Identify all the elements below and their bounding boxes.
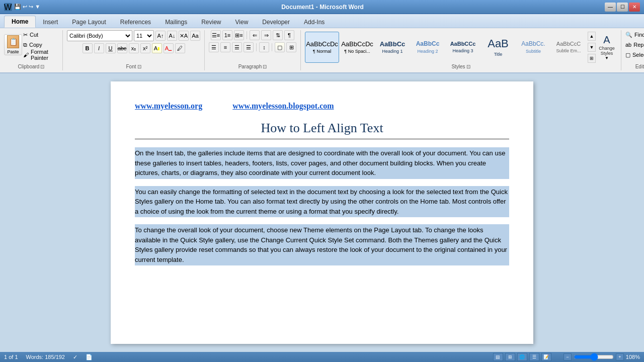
italic-button[interactable]: I — [94, 43, 104, 53]
maximize-button[interactable]: ☐ — [617, 3, 628, 12]
status-bar: 1 of 1 Words: 185/192 ✓ 📄 ▤ ⊞ 🌐 ☰ 📝 − + … — [0, 352, 644, 362]
decrease-indent-button[interactable]: ⇐ — [250, 30, 260, 40]
find-button[interactable]: 🔍 Find — [625, 30, 644, 39]
style-normal-button[interactable]: AaBbCcDc ¶ Normal — [305, 32, 339, 63]
style-nospace-preview: AaBbCcDc — [341, 40, 373, 48]
styles-label: Styles ⊡ — [451, 64, 470, 70]
document-container: www.myelesson.org www.myelesson.blogspot… — [0, 73, 644, 352]
font-label: Font ⊡ — [126, 64, 141, 70]
font-family-select[interactable]: Calibri (Body) — [67, 30, 132, 41]
justify-button[interactable]: ☰ — [244, 42, 254, 52]
link-myelesson[interactable]: www.myelesson.org — [135, 102, 202, 111]
style-subtitle-button[interactable]: AaBbCc. Subtitle — [516, 32, 550, 63]
styles-scroll-down[interactable]: ▼ — [588, 43, 596, 52]
styles-scroll-up[interactable]: ▲ — [588, 32, 596, 41]
style-title-preview: AaB — [488, 37, 509, 50]
paragraph-group: ☰≡ 1≡ ⊞≡ ⇐ ⇒ ⇅ ¶ ☰ ≡ ☰ ☰ ↕ ▢ ⊞ P — [205, 30, 301, 70]
print-layout-button[interactable]: ▤ — [493, 353, 503, 361]
zoom-in-button[interactable]: + — [616, 353, 624, 360]
tab-view[interactable]: View — [228, 17, 256, 28]
zoom-level: 108% — [626, 354, 640, 360]
numbering-button[interactable]: 1≡ — [222, 30, 232, 40]
editing-content: 🔍 Find ab Replace ▢ Select — [625, 30, 644, 64]
document-links: www.myelesson.org www.myelesson.blogspot… — [135, 102, 509, 111]
tab-page-layout[interactable]: Page Layout — [65, 17, 113, 28]
tab-developer[interactable]: Developer — [255, 17, 297, 28]
select-button[interactable]: ▢ Select — [625, 50, 644, 59]
shading-button[interactable]: ▢ — [275, 42, 285, 52]
clipboard-label: Clipboard ⊡ — [18, 64, 45, 70]
ribbon-tabs: Home Insert Page Layout References Maili… — [0, 14, 644, 28]
copy-button[interactable]: ⧉ Copy — [23, 40, 58, 49]
underline-button[interactable]: U — [106, 43, 116, 53]
styles-content: AaBbCcDc ¶ Normal AaBbCcDc ¶ No Spaci...… — [305, 30, 617, 64]
style-h2-preview: AaBbCc — [416, 40, 440, 47]
draft-button[interactable]: 📝 — [541, 353, 551, 361]
tab-addins[interactable]: Add-Ins — [297, 17, 332, 28]
minimize-button[interactable]: — — [605, 3, 616, 12]
outline-button[interactable]: ☰ — [529, 353, 539, 361]
tab-review[interactable]: Review — [194, 17, 228, 28]
zoom-out-button[interactable]: − — [564, 353, 572, 360]
align-left-button[interactable]: ☰ — [209, 42, 219, 52]
show-hide-button[interactable]: ¶ — [284, 30, 294, 40]
styles-expand-icon[interactable]: ⊡ — [466, 64, 470, 69]
clipboard-small-buttons: ✂ Cut ⧉ Copy 🖌 Format Painter — [23, 30, 58, 59]
tab-mailings[interactable]: Mailings — [158, 17, 194, 28]
style-subtitle-preview: AaBbCc. — [521, 40, 545, 47]
close-button[interactable]: ✕ — [629, 3, 640, 12]
align-center-button[interactable]: ≡ — [220, 42, 230, 52]
superscript-button[interactable]: x² — [140, 43, 150, 53]
change-styles-dropdown-icon: ▼ — [605, 56, 609, 60]
font-grow-button[interactable]: A↑ — [155, 31, 166, 41]
zoom-slider[interactable] — [574, 355, 614, 359]
full-screen-button[interactable]: ⊞ — [505, 353, 515, 361]
font-shrink-button[interactable]: A↓ — [167, 31, 177, 41]
paragraph-label: Paragraph ⊡ — [238, 64, 267, 70]
paste-button[interactable]: 📋 Paste — [4, 34, 22, 55]
replace-button[interactable]: ab Replace — [625, 40, 644, 49]
border-button[interactable]: ⊞ — [286, 42, 296, 52]
sort-button[interactable]: ⇅ — [273, 30, 283, 40]
web-layout-button[interactable]: 🌐 — [517, 353, 527, 361]
tab-home[interactable]: Home — [4, 16, 36, 28]
bullets-button[interactable]: ☰≡ — [211, 30, 221, 40]
font-size-select[interactable]: 11 — [134, 30, 154, 41]
para-content: ☰≡ 1≡ ⊞≡ ⇐ ⇒ ⇅ ¶ ☰ ≡ ☰ ☰ ↕ ▢ ⊞ — [209, 30, 296, 64]
format-painter-button[interactable]: 🖌 Format Painter — [23, 50, 58, 59]
clipboard-expand-icon[interactable]: ⊡ — [40, 64, 44, 69]
strikethrough-button[interactable]: abc — [117, 43, 127, 53]
styles-group: AaBbCcDc ¶ Normal AaBbCcDc ¶ No Spaci...… — [301, 30, 621, 70]
style-h3-preview: AaBbCCc — [450, 41, 476, 47]
style-h1-preview: AaBbCc — [380, 40, 406, 48]
tab-insert[interactable]: Insert — [36, 17, 65, 28]
style-heading3-button[interactable]: AaBbCCc Heading 3 — [446, 32, 480, 63]
change-case-button[interactable]: Aa — [190, 31, 200, 41]
style-subemph-button[interactable]: AaBbCcC Subtle Em... — [551, 32, 586, 63]
bold-button[interactable]: B — [83, 43, 93, 53]
highlight-button[interactable]: A▮ — [152, 43, 162, 53]
style-heading2-button[interactable]: AaBbCc Heading 2 — [411, 32, 445, 63]
zoom-controls: − + 108% — [564, 353, 640, 360]
line-spacing-button[interactable]: ↕ — [259, 42, 269, 52]
style-nospace-button[interactable]: AaBbCcDc ¶ No Spaci... — [340, 32, 374, 63]
align-right-button[interactable]: ☰ — [232, 42, 242, 52]
scissors-icon: ✂ — [23, 32, 28, 38]
text-highlight-color-button[interactable]: 🖊 — [175, 43, 185, 53]
font-color-button[interactable]: A▁ — [164, 43, 174, 53]
font-row-1: Calibri (Body) 11 A↑ A↓ ✕A Aa — [67, 30, 200, 41]
style-title-button[interactable]: AaB Title — [481, 32, 515, 63]
multilevel-list-button[interactable]: ⊞≡ — [234, 30, 244, 40]
link-myelesson-blog[interactable]: www.myelesson.blogspot.com — [232, 102, 334, 111]
paragraph-expand-icon[interactable]: ⊡ — [263, 64, 267, 69]
clear-formatting-button[interactable]: ✕A — [179, 31, 189, 41]
style-heading1-button[interactable]: AaBbCc Heading 1 — [375, 32, 410, 63]
increase-indent-button[interactable]: ⇒ — [261, 30, 271, 40]
font-expand-icon[interactable]: ⊡ — [137, 64, 141, 69]
subscript-button[interactable]: x₂ — [129, 43, 139, 53]
cut-button[interactable]: ✂ Cut — [23, 30, 58, 39]
tab-references[interactable]: References — [113, 17, 158, 28]
change-styles-button[interactable]: A Change Styles ▼ — [597, 32, 617, 62]
styles-dropdown[interactable]: ⊞ — [588, 54, 596, 63]
window-title: Document1 - Microsoft Word — [40, 4, 605, 11]
